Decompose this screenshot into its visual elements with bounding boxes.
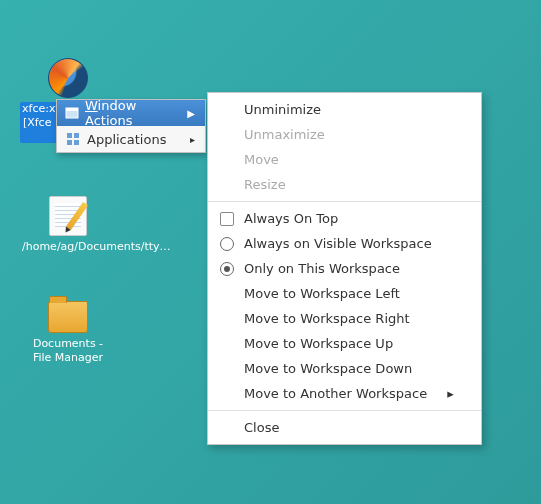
blank-indicator (220, 178, 234, 192)
submenu-item-label: Unmaximize (244, 127, 325, 142)
desktop-icon-label: Documents - File Manager (20, 337, 116, 365)
chevron-right-icon: ▸ (190, 134, 195, 145)
submenu-item-move-workspace-down[interactable]: Move to Workspace Down (208, 356, 481, 381)
submenu-item-close[interactable]: Close (208, 415, 481, 440)
submenu-item-always-on-top[interactable]: Always On Top (208, 206, 481, 231)
submenu-item-label: Move to Another Workspace (244, 386, 427, 401)
menu-item-label: Window Actions (85, 98, 175, 128)
submenu-item-move-another-workspace[interactable]: Move to Another Workspace ▸ (208, 381, 481, 406)
desktop-icon-label: /home/ag/Documents/tty… (20, 240, 173, 254)
menu-item-applications[interactable]: Applications ▸ (57, 126, 205, 152)
submenu-item-unmaximize: Unmaximize (208, 122, 481, 147)
svg-rect-1 (66, 108, 78, 111)
applications-icon (65, 131, 81, 147)
submenu-item-always-visible-workspace[interactable]: Always on Visible Workspace (208, 231, 481, 256)
window-actions-submenu: Unminimize Unmaximize Move Resize Always… (207, 92, 482, 445)
window-actions-icon (65, 105, 79, 121)
svg-rect-3 (74, 133, 79, 138)
svg-rect-2 (67, 133, 72, 138)
blank-indicator (220, 128, 234, 142)
blank-indicator (220, 312, 234, 326)
submenu-item-label: Move to Workspace Right (244, 311, 410, 326)
submenu-item-label: Move to Workspace Down (244, 361, 412, 376)
submenu-item-unminimize[interactable]: Unminimize (208, 97, 481, 122)
submenu-item-move-workspace-up[interactable]: Move to Workspace Up (208, 331, 481, 356)
submenu-item-label: Unminimize (244, 102, 321, 117)
menu-item-label: Applications (87, 132, 166, 147)
blank-indicator (220, 362, 234, 376)
submenu-item-move-workspace-left[interactable]: Move to Workspace Left (208, 281, 481, 306)
submenu-item-label: Move to Workspace Left (244, 286, 400, 301)
blank-indicator (220, 421, 234, 435)
desktop-icon-documents[interactable]: Documents - File Manager (20, 296, 116, 365)
blank-indicator (220, 337, 234, 351)
submenu-item-label: Only on This Workspace (244, 261, 400, 276)
desktop-icon-notes[interactable]: /home/ag/Documents/tty… (20, 196, 116, 254)
submenu-item-move-workspace-right[interactable]: Move to Workspace Right (208, 306, 481, 331)
firefox-icon (48, 58, 88, 98)
radio-icon (220, 237, 234, 251)
submenu-item-label: Resize (244, 177, 286, 192)
text-editor-icon (49, 196, 87, 236)
checkbox-icon (220, 212, 234, 226)
submenu-item-only-this-workspace[interactable]: Only on This Workspace (208, 256, 481, 281)
separator (208, 201, 481, 202)
radio-checked-icon (220, 262, 234, 276)
blank-indicator (220, 387, 234, 401)
submenu-item-label: Always On Top (244, 211, 338, 226)
submenu-item-label: Move to Workspace Up (244, 336, 393, 351)
svg-rect-5 (74, 140, 79, 145)
blank-indicator (220, 287, 234, 301)
chevron-right-icon: ▸ (447, 386, 454, 401)
svg-rect-4 (67, 140, 72, 145)
submenu-item-label: Move (244, 152, 279, 167)
submenu-item-resize: Resize (208, 172, 481, 197)
submenu-item-label: Always on Visible Workspace (244, 236, 432, 251)
separator (208, 410, 481, 411)
blank-indicator (220, 153, 234, 167)
context-menu: Window Actions ▶ Applications ▸ (56, 99, 206, 153)
menu-item-window-actions[interactable]: Window Actions ▶ (57, 100, 205, 126)
submenu-item-label: Close (244, 420, 279, 435)
submenu-item-move: Move (208, 147, 481, 172)
chevron-right-icon: ▶ (187, 108, 195, 119)
blank-indicator (220, 103, 234, 117)
folder-icon (48, 301, 88, 333)
